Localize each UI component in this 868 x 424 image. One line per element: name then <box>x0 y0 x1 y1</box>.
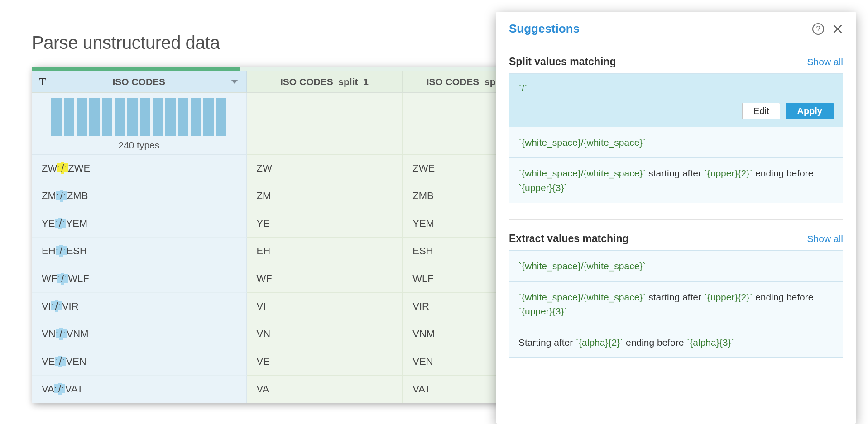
edit-button[interactable]: Edit <box>742 103 780 119</box>
cell-split1[interactable]: WF <box>247 265 403 293</box>
column-header-label: ISO CODES <box>112 76 165 87</box>
pattern-text: `{upper}{3}` <box>518 182 567 193</box>
whitespace-highlight <box>56 191 60 200</box>
whitespace-highlight <box>57 163 61 172</box>
pattern-text: `{white_space}/{white_space}` <box>518 261 646 271</box>
whitespace-highlight <box>64 163 68 172</box>
histogram-bar <box>191 98 201 136</box>
suggestions-title: Suggestions <box>509 22 580 36</box>
separator-highlight: / <box>58 356 62 367</box>
pattern-plain: ending before <box>753 292 813 302</box>
histogram-bar <box>64 98 74 136</box>
cell-split1[interactable]: ZM <box>247 182 403 210</box>
cell-original[interactable]: ZM/ZMB <box>32 182 247 210</box>
table-row: WF/WLFWFWLF <box>32 265 538 293</box>
column-header-split1[interactable]: ISO CODES_split_1 <box>247 71 403 93</box>
histogram-bar <box>51 98 62 136</box>
cell-split1[interactable]: EH <box>247 238 403 265</box>
histogram-bar <box>216 98 226 136</box>
cell-split1[interactable]: YE <box>247 210 403 238</box>
cell-split1[interactable]: VE <box>247 348 403 376</box>
histogram-bar <box>115 98 125 136</box>
help-icon[interactable]: ? <box>812 23 824 35</box>
table-row: YE/YEMYEYEM <box>32 210 538 238</box>
column-distribution-fill <box>32 67 240 71</box>
table-row: VN/VNMVNVNM <box>32 320 538 348</box>
cell-original[interactable]: VI/VIR <box>32 293 247 320</box>
histogram-bar <box>203 98 214 136</box>
suggestion-item[interactable]: `{white_space}/{white_space}` starting a… <box>509 158 843 203</box>
table-row: ZW/ZWEZWZWE <box>32 155 538 182</box>
separator-highlight: / <box>61 162 64 174</box>
histogram-bar <box>102 98 112 136</box>
whitespace-highlight <box>51 301 55 310</box>
pattern-plain: ending before <box>753 168 813 178</box>
whitespace-highlight <box>58 301 62 310</box>
pattern-text: `{white_space}/{white_space}` <box>518 168 646 178</box>
cell-original[interactable]: EH/ESH <box>32 238 247 265</box>
cell-original[interactable]: ZW/ZWE <box>32 155 247 182</box>
pattern-text: `{white_space}/{white_space}` <box>518 292 646 302</box>
data-table: T ISO CODES ISO CODES_split_1 ISO CODES_… <box>32 67 539 403</box>
histogram-bar <box>89 98 100 136</box>
cell-original[interactable]: YE/YEM <box>32 210 247 238</box>
cell-original[interactable]: VN/VNM <box>32 320 247 348</box>
pattern-text: `{upper}{2}` <box>704 292 753 302</box>
whitespace-highlight <box>62 384 65 393</box>
histogram-row: 240 types <box>32 93 538 155</box>
extract-suggestion-list: `{white_space}/{white_space}` `{white_sp… <box>509 250 843 358</box>
cell-original[interactable]: VE/VEN <box>32 348 247 376</box>
whitespace-highlight <box>55 219 58 228</box>
suggestion-item[interactable]: Starting after `{alpha}{2}` ending befor… <box>509 327 843 358</box>
table-row: VI/VIRVIVIR <box>32 293 538 320</box>
cell-split1[interactable]: ZW <box>247 155 403 182</box>
histogram-bar <box>178 98 188 136</box>
separator-highlight: / <box>55 300 58 312</box>
apply-button[interactable]: Apply <box>786 103 834 119</box>
suggestions-header: Suggestions ? <box>496 12 856 43</box>
whitespace-highlight <box>56 329 59 338</box>
suggestion-item[interactable]: `{white_space}/{white_space}` starting a… <box>509 282 843 327</box>
separator-highlight: / <box>58 383 62 395</box>
histogram-bar <box>140 98 150 136</box>
pattern-text: `{upper}{2}` <box>704 168 753 178</box>
whitespace-highlight <box>55 357 58 366</box>
show-all-link[interactable]: Show all <box>807 57 843 67</box>
types-count-label: 240 types <box>118 140 159 151</box>
show-all-link[interactable]: Show all <box>807 233 843 244</box>
table-row: VE/VENVEVEN <box>32 348 538 376</box>
cell-split1[interactable]: VN <box>247 320 403 348</box>
extract-heading: Extract values matching <box>509 233 629 245</box>
cell-split1[interactable]: VA <box>247 376 403 403</box>
suggestion-item[interactable]: `/` Edit Apply <box>509 74 843 127</box>
close-icon[interactable] <box>832 24 843 34</box>
pattern-text: `{alpha}{2}` <box>575 337 623 348</box>
pattern-text: `/` <box>518 83 528 93</box>
pattern-plain: starting after <box>646 168 704 178</box>
whitespace-highlight <box>57 274 61 283</box>
histogram-bar <box>165 98 176 136</box>
cell-original[interactable]: VA/VAT <box>32 376 247 403</box>
table-row: ZM/ZMBZMZMB <box>32 182 538 210</box>
cell-split1[interactable]: VI <box>247 293 403 320</box>
column-distribution-bar <box>32 67 538 71</box>
histogram-cell: 240 types <box>32 93 247 155</box>
histogram-bar <box>127 98 138 136</box>
whitespace-highlight <box>62 357 66 366</box>
text-type-icon: T <box>39 76 46 88</box>
pattern-text: `{upper}{3}` <box>518 306 567 316</box>
suggestion-item[interactable]: `{white_space}/{white_space}` <box>509 251 843 282</box>
pattern-text: `{alpha}{3}` <box>686 337 734 348</box>
whitespace-highlight <box>63 329 67 338</box>
page-title: Parse unstructured data <box>32 33 220 53</box>
suggestion-item[interactable]: `{white_space}/{white_space}` <box>509 127 843 158</box>
chevron-down-icon[interactable] <box>231 80 238 84</box>
column-header-label: ISO CODES_split_1 <box>280 76 369 87</box>
whitespace-highlight <box>64 274 68 283</box>
histogram-bar <box>77 98 87 136</box>
split-section: Split values matching Show all `/` Edit … <box>496 43 856 203</box>
column-header-iso-codes[interactable]: T ISO CODES <box>32 71 247 93</box>
whitespace-highlight <box>56 246 59 255</box>
cell-original[interactable]: WF/WLF <box>32 265 247 293</box>
table-row: VA/VATVAVAT <box>32 376 538 403</box>
